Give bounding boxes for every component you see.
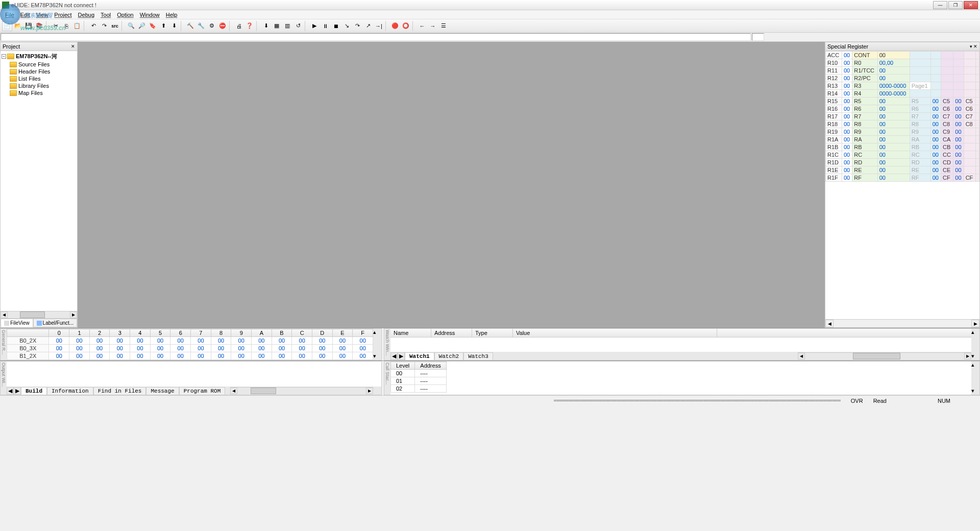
reg-cell[interactable] bbox=[975, 75, 979, 82]
run-to-icon[interactable]: →| bbox=[374, 21, 384, 31]
reg-cell[interactable]: 00 bbox=[877, 151, 910, 159]
reg-cell[interactable] bbox=[953, 52, 964, 59]
memory-table[interactable]: 0123456789ABCDEFB0_2X0000000000000000000… bbox=[7, 329, 373, 360]
project-tree[interactable]: − EM78P362N--河 Source FilesHeader FilesL… bbox=[1, 51, 77, 311]
output-tab[interactable]: Program ROM bbox=[179, 387, 226, 395]
print-icon[interactable]: 🖨 bbox=[234, 21, 244, 31]
view-list-icon[interactable]: ☰ bbox=[438, 21, 449, 31]
reg-cell[interactable]: CONT bbox=[852, 52, 877, 59]
register-panel-close-icon[interactable]: ✕ bbox=[973, 44, 977, 49]
reg-cell[interactable]: 00 bbox=[842, 82, 852, 90]
reg-cell[interactable]: 00 bbox=[842, 98, 852, 105]
reg-cell[interactable]: C5 bbox=[964, 98, 975, 105]
bookmark-prev-icon[interactable]: ⬆ bbox=[158, 21, 168, 31]
project-tab[interactable]: Label/Funct... bbox=[33, 319, 78, 327]
memory-vscroll[interactable]: ▴ ▾ bbox=[373, 329, 381, 360]
reg-cell[interactable]: 00 bbox=[842, 67, 852, 75]
reg-cell[interactable]: 00 bbox=[842, 75, 852, 82]
mem-cell[interactable]: 00 bbox=[312, 337, 333, 345]
callstack-table[interactable]: LevelAddress00----01----02---- bbox=[390, 361, 971, 395]
reg-cell[interactable]: RF bbox=[852, 174, 877, 182]
reg-cell[interactable]: R7 bbox=[852, 113, 877, 120]
reg-cell[interactable]: 00 bbox=[842, 136, 852, 143]
reg-cell[interactable]: CB bbox=[941, 143, 953, 151]
output-content[interactable] bbox=[7, 361, 381, 387]
tree-folder[interactable]: Map Files bbox=[10, 89, 76, 96]
reg-cell[interactable]: R15 bbox=[826, 98, 842, 105]
mem-cell[interactable]: 00 bbox=[231, 352, 252, 360]
reg-cell[interactable] bbox=[964, 82, 975, 90]
reg-cell[interactable]: RD bbox=[852, 159, 877, 166]
reg-cell[interactable]: R1D bbox=[826, 159, 842, 166]
reg-cell[interactable]: 00 bbox=[930, 166, 941, 174]
project-tab[interactable]: FileView bbox=[1, 319, 33, 327]
reg-cell[interactable]: 00 bbox=[877, 113, 910, 120]
reg-cell[interactable]: CC bbox=[941, 151, 953, 159]
reg-cell[interactable] bbox=[975, 67, 979, 75]
reg-cell[interactable]: R9 bbox=[910, 128, 930, 136]
reg-cell[interactable]: R1E bbox=[826, 166, 842, 174]
reg-cell[interactable]: R17 bbox=[826, 113, 842, 120]
mem-cell[interactable]: 00 bbox=[252, 345, 272, 352]
mem-cell[interactable]: 00 bbox=[292, 337, 312, 345]
register-hscroll[interactable]: ◀ ▶ bbox=[825, 319, 979, 327]
mem-cell[interactable]: 00 bbox=[191, 352, 211, 360]
download-icon[interactable]: ⬇ bbox=[261, 21, 271, 31]
watch-col-header[interactable]: Type bbox=[472, 329, 513, 337]
reg-cell[interactable] bbox=[910, 90, 930, 98]
reg-cell[interactable] bbox=[910, 67, 930, 75]
bookmark-icon[interactable]: 🔖 bbox=[148, 21, 158, 31]
reg-cell[interactable]: 00 bbox=[930, 113, 941, 120]
reg-cell[interactable]: R19 bbox=[826, 128, 842, 136]
reg-cell[interactable]: 00 bbox=[842, 105, 852, 113]
menu-project[interactable]: Project bbox=[51, 11, 75, 19]
watch-tab[interactable]: Watch2 bbox=[434, 352, 464, 360]
scroll-up-icon[interactable]: ▴ bbox=[373, 329, 381, 336]
menu-debug[interactable]: Debug bbox=[75, 11, 97, 19]
reg-cell[interactable]: R1/TCC bbox=[852, 67, 877, 75]
menu-help[interactable]: Help bbox=[163, 11, 181, 19]
output-tab[interactable]: Information bbox=[47, 387, 93, 395]
project-panel-close-icon[interactable]: ✕ bbox=[71, 44, 75, 49]
mem-cell[interactable]: 00 bbox=[272, 352, 292, 360]
reg-cell[interactable]: C7 bbox=[941, 113, 953, 120]
reg-cell[interactable]: R4 bbox=[852, 90, 877, 98]
scroll-down-icon[interactable]: ▾ bbox=[373, 353, 381, 360]
reg-cell[interactable] bbox=[975, 105, 979, 113]
reg-cell[interactable]: 00 bbox=[842, 113, 852, 120]
reg-cell[interactable] bbox=[975, 166, 979, 174]
reg-cell[interactable]: 00 bbox=[877, 105, 910, 113]
watch-col-header[interactable]: Address bbox=[431, 329, 472, 337]
step-over-icon[interactable]: ↷ bbox=[352, 21, 362, 31]
reg-cell[interactable] bbox=[975, 143, 979, 151]
reg-cell[interactable]: 00 bbox=[877, 98, 910, 105]
reg-cell[interactable]: 00 bbox=[842, 52, 852, 59]
reg-cell[interactable]: 00 bbox=[953, 166, 964, 174]
reg-cell[interactable]: R8 bbox=[910, 120, 930, 128]
mem-cell[interactable]: 00 bbox=[231, 345, 252, 352]
mem-cell[interactable]: 00 bbox=[191, 337, 211, 345]
tab-next-icon[interactable]: ▶ bbox=[398, 352, 405, 360]
mem-cell[interactable]: 00 bbox=[130, 345, 151, 352]
reg-cell[interactable]: R11 bbox=[826, 67, 842, 75]
copy-icon[interactable]: ⎘ bbox=[61, 21, 71, 31]
tab-next-icon[interactable]: ▶ bbox=[14, 387, 21, 395]
mem-cell[interactable]: 00 bbox=[312, 345, 333, 352]
reg-cell[interactable] bbox=[975, 82, 979, 90]
reg-cell[interactable]: RA bbox=[910, 136, 930, 143]
mem-cell[interactable]: 00 bbox=[49, 352, 69, 360]
mem-cell[interactable]: 00 bbox=[332, 352, 353, 360]
save-all-icon[interactable]: 📚 bbox=[34, 21, 44, 31]
project-hscroll[interactable]: ◀ ▶ bbox=[1, 311, 77, 318]
output-tab[interactable]: Find in Files bbox=[93, 387, 146, 395]
watch-vscroll[interactable]: ▴▾ bbox=[971, 329, 979, 360]
watch-tab[interactable]: Watch1 bbox=[405, 352, 434, 360]
tab-prev-icon[interactable]: ◀ bbox=[390, 352, 398, 360]
reg-cell[interactable]: R7 bbox=[910, 113, 930, 120]
reg-cell[interactable] bbox=[941, 59, 953, 67]
mem-cell[interactable]: 00 bbox=[252, 352, 272, 360]
reg-cell[interactable]: Page1 bbox=[910, 82, 930, 90]
step-out-icon[interactable]: ↗ bbox=[363, 21, 373, 31]
scroll-right-icon[interactable]: ▶ bbox=[971, 320, 979, 327]
reg-cell[interactable]: C9 bbox=[941, 128, 953, 136]
